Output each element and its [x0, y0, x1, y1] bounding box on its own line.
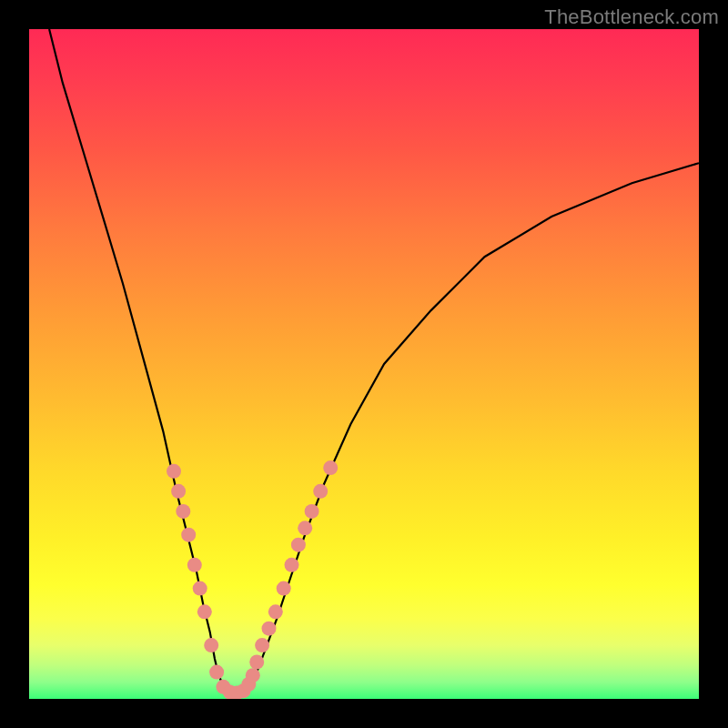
- marker-dot: [313, 484, 328, 499]
- plot-area: [29, 29, 699, 699]
- marker-dot: [187, 558, 202, 572]
- marker-dot: [305, 504, 319, 519]
- marker-dot: [204, 638, 218, 652]
- watermark-text: TheBottleneck.com: [544, 5, 719, 29]
- marker-dot: [181, 528, 196, 542]
- marker-dot: [197, 604, 212, 619]
- marker-dot: [193, 581, 207, 596]
- marker-dot: [298, 521, 312, 535]
- marker-dot: [176, 504, 190, 519]
- marker-dot: [285, 558, 299, 572]
- marker-dot: [262, 622, 277, 636]
- marker-dot: [249, 655, 264, 670]
- marker-dot: [167, 464, 181, 479]
- marker-dot: [268, 604, 283, 619]
- bottleneck-curve: [49, 29, 699, 693]
- marker-dot: [171, 484, 186, 499]
- marker-dots: [167, 460, 338, 699]
- marker-dot: [209, 665, 224, 680]
- marker-dot: [246, 668, 260, 682]
- marker-dot: [277, 581, 291, 596]
- chart-frame: TheBottleneck.com: [0, 0, 728, 728]
- marker-dot: [255, 638, 269, 652]
- marker-dot: [291, 538, 306, 552]
- marker-dot: [323, 460, 338, 475]
- chart-svg: [29, 29, 699, 699]
